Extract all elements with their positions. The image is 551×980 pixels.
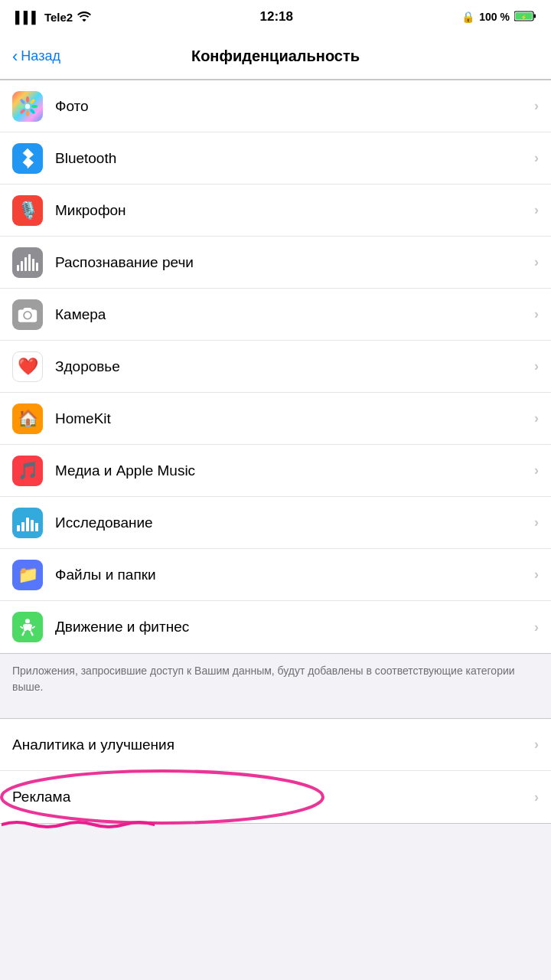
battery-icon: ⚡ [514, 11, 536, 24]
chevron-icon: › [534, 358, 539, 374]
chevron-icon: › [534, 619, 539, 635]
photos-icon [12, 91, 43, 122]
svg-rect-19 [36, 263, 38, 271]
svg-rect-2 [533, 14, 536, 18]
research-label: Исследование [55, 514, 534, 531]
back-label[interactable]: Назад [21, 48, 60, 64]
settings-item-files[interactable]: 📁 Файлы и папки › [0, 549, 551, 601]
svg-rect-23 [31, 520, 34, 531]
music-icon: 🎵 [12, 456, 43, 486]
fitness-icon [12, 612, 43, 642]
svg-text:⚡: ⚡ [520, 14, 527, 21]
mic-icon: 🎙️ [12, 195, 43, 226]
microphone-label: Микрофон [55, 202, 534, 219]
footer-note: Приложения, запросившие доступ к Вашим д… [0, 654, 551, 710]
homekit-icon: 🏠 [12, 403, 43, 434]
health-label: Здоровье [55, 358, 534, 375]
settings-item-music[interactable]: 🎵 Медиа и Apple Music › [0, 445, 551, 497]
settings-item-health[interactable]: ❤️ Здоровье › [0, 341, 551, 393]
svg-rect-22 [26, 518, 29, 531]
music-label: Медиа и Apple Music [55, 462, 534, 479]
svg-point-9 [29, 108, 35, 114]
svg-rect-14 [17, 265, 19, 271]
settings-section-2: Аналитика и улучшения › Реклама › [0, 718, 551, 824]
svg-rect-20 [17, 525, 20, 531]
svg-point-10 [26, 110, 29, 116]
status-right: 🔒 100 % ⚡ [461, 11, 536, 24]
carrier-label: Tele2 [44, 11, 73, 24]
signal-bars: ▌▌▌ [15, 11, 40, 24]
highlight-underline [2, 818, 155, 834]
analytics-label: Аналитика и улучшения [12, 737, 534, 753]
chevron-icon: › [534, 789, 539, 805]
section-gap [0, 710, 551, 718]
chevron-icon: › [534, 462, 539, 479]
chevron-icon: › [534, 737, 539, 753]
files-icon: 📁 [12, 560, 43, 590]
status-time: 12:18 [259, 9, 292, 24]
svg-rect-17 [28, 254, 31, 271]
svg-rect-24 [35, 523, 38, 531]
speech-label: Распознавание речи [55, 254, 534, 271]
settings-item-ads[interactable]: Реклама › [0, 771, 551, 823]
settings-item-microphone[interactable]: 🎙️ Микрофон › [0, 185, 551, 237]
svg-rect-15 [21, 261, 23, 271]
svg-rect-18 [32, 259, 34, 271]
health-icon: ❤️ [12, 351, 43, 382]
bluetooth-icon [12, 143, 43, 174]
settings-item-photos[interactable]: Фото › [0, 80, 551, 132]
svg-point-5 [25, 103, 31, 109]
settings-item-fitness[interactable]: Движение и фитнес › [0, 601, 551, 653]
research-icon [12, 508, 43, 538]
settings-section-main: Фото › Bluetooth › 🎙️ Микрофон › [0, 80, 551, 654]
svg-point-13 [19, 98, 25, 104]
page-title: Конфиденциальность [191, 47, 360, 65]
chevron-icon: › [534, 514, 539, 531]
back-button[interactable]: ‹ Назад [12, 47, 60, 67]
settings-item-bluetooth[interactable]: Bluetooth › [0, 132, 551, 185]
homekit-label: HomeKit [55, 410, 534, 427]
status-left: ▌▌▌ Tele2 [15, 11, 91, 24]
svg-point-25 [25, 619, 30, 623]
chevron-icon: › [534, 567, 539, 583]
files-label: Файлы и папки [55, 567, 534, 583]
svg-point-7 [29, 98, 35, 104]
settings-item-speech[interactable]: Распознавание речи › [0, 237, 551, 289]
photos-label: Фото [55, 98, 534, 115]
camera-label: Камера [55, 306, 534, 323]
chevron-icon: › [534, 410, 539, 426]
bluetooth-label: Bluetooth [55, 150, 534, 167]
chevron-icon: › [534, 254, 539, 270]
fitness-label: Движение и фитнес [55, 619, 534, 635]
chevron-icon: › [534, 150, 539, 166]
svg-rect-16 [24, 257, 27, 271]
svg-point-12 [18, 105, 24, 108]
wifi-icon [77, 11, 91, 24]
camera-icon [12, 299, 43, 330]
lock-icon: 🔒 [461, 11, 474, 23]
ads-label: Реклама [12, 789, 534, 805]
chevron-icon: › [534, 98, 539, 114]
settings-item-camera[interactable]: Камера › [0, 289, 551, 341]
chevron-icon: › [534, 306, 539, 322]
svg-point-8 [31, 105, 37, 108]
settings-item-analytics[interactable]: Аналитика и улучшения › [0, 719, 551, 771]
settings-item-research[interactable]: Исследование › [0, 497, 551, 549]
svg-rect-21 [21, 522, 24, 531]
nav-bar: ‹ Назад Конфиденциальность [0, 34, 551, 80]
chevron-icon: › [534, 202, 539, 218]
battery-percent: 100 % [479, 11, 510, 23]
settings-item-homekit[interactable]: 🏠 HomeKit › [0, 393, 551, 445]
back-arrow-icon: ‹ [12, 47, 18, 67]
svg-point-6 [26, 96, 29, 103]
svg-point-11 [19, 108, 25, 114]
status-bar: ▌▌▌ Tele2 12:18 🔒 100 % ⚡ [0, 0, 551, 34]
speech-icon [12, 247, 43, 278]
